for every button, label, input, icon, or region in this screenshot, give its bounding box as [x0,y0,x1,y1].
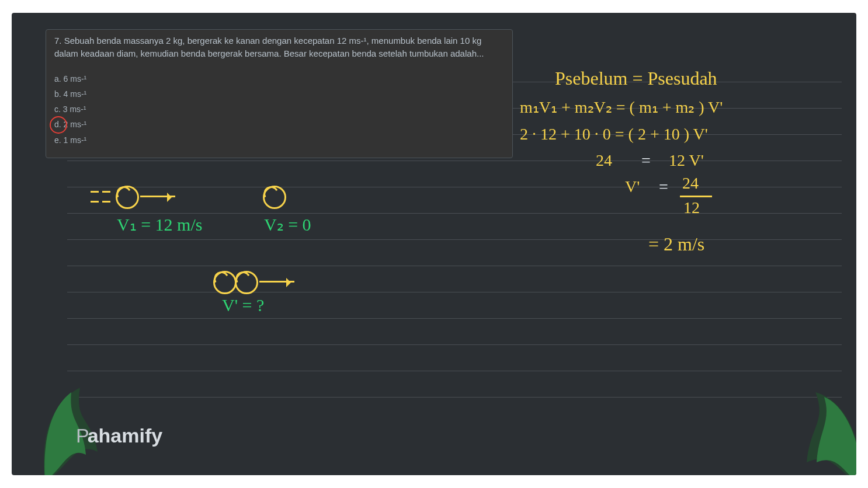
rule-line [67,318,842,319]
ball-icon [213,271,237,294]
rule-line [67,397,842,398]
option-a[interactable]: a. 6 ms-¹ [54,73,504,85]
leaf-icon [792,386,856,475]
rule-line [67,371,842,371]
whiteboard-stage: 7. Sebuah benda massanya 2 kg, bergerak … [12,13,856,475]
work-line-4-right: 12 V' [669,152,704,169]
rule-line [67,187,842,187]
label-v2: V₂ = 0 [264,216,311,233]
ball-icon [263,186,286,209]
motion-dash-icon [102,201,110,203]
label-vq: V' = ? [222,297,264,314]
work-line-1: Psebelum = Psesudah [555,69,717,88]
brand-text: ahamify [88,424,163,447]
work-line-6: = 2 m/s [648,235,704,253]
option-d[interactable]: d. 2 ms-¹ [54,118,504,130]
rule-line [67,292,842,292]
option-b[interactable]: b. 4 ms-¹ [54,88,504,100]
label-v1: V₁ = 12 m/s [117,216,202,233]
ball-icon [235,271,258,294]
question-card: 7. Sebuah benda massanya 2 kg, bergerak … [46,29,513,158]
arrow-right-icon [259,281,294,283]
work-line-4-left: 24 [596,152,612,169]
options-list: a. 6 ms-¹ b. 4 ms-¹ c. 3 ms-¹ d. 2 ms-¹ … [54,73,504,146]
answer-circle-icon [50,116,67,134]
work-line-4-eq: = [641,152,651,169]
option-e[interactable]: e. 1 ms-¹ [54,134,504,146]
rule-line [67,266,842,266]
motion-dash-icon [102,191,110,193]
question-text: 7. Sebuah benda massanya 2 kg, bergerak … [54,34,504,60]
motion-dash-icon [91,191,99,193]
rule-line [67,239,842,240]
work-line-5-left: V' [625,179,640,195]
work-line-5-num: 24 [682,175,699,191]
brand-logo: Pahamify [76,424,162,447]
rule-line [67,161,842,161]
option-c[interactable]: c. 3 ms-¹ [54,103,504,115]
rule-line [67,344,842,345]
fraction-bar-icon [680,196,712,197]
rule-line [67,213,842,214]
ball-icon [116,186,139,209]
motion-dash-icon [91,201,99,203]
work-line-5-den: 12 [683,200,700,216]
arrow-right-icon [140,196,175,197]
work-line-3: 2 · 12 + 10 · 0 = ( 2 + 10 ) V' [520,126,708,142]
work-line-5-eq: = [659,179,668,195]
work-line-2: m₁V₁ + m₂V₂ = ( m₁ + m₂ ) V' [520,99,723,116]
